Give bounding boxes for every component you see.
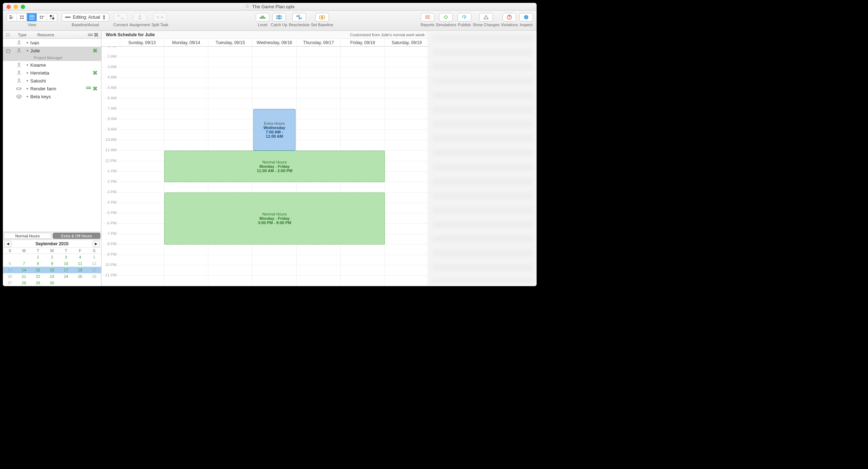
calendar-day[interactable]: 1 xyxy=(31,254,45,261)
extra-off-hours-tab[interactable]: Extra & Off Hours xyxy=(53,233,100,239)
chevron-updown-icon: ▲▼ xyxy=(102,14,106,20)
calendar-day[interactable]: 29 xyxy=(31,280,45,286)
svg-rect-13 xyxy=(43,16,44,17)
fullscreen-window-button[interactable] xyxy=(21,5,25,9)
checkbox-column-icon: ▢ xyxy=(5,32,11,37)
resource-row-render-farm[interactable]: •Render farm xyxy=(3,85,101,93)
reschedule-button[interactable] xyxy=(292,13,306,22)
calendar-day[interactable]: 20 xyxy=(3,273,17,280)
svg-point-5 xyxy=(20,18,22,19)
split-task-button[interactable] xyxy=(153,13,167,22)
calendar-day[interactable]: 5 xyxy=(87,254,101,261)
calendar-day[interactable]: 27 xyxy=(3,280,17,286)
calendar-day[interactable]: 13 xyxy=(3,267,17,273)
view-mode-calendar-button[interactable] xyxy=(27,13,37,21)
calendar-day[interactable]: 24 xyxy=(59,273,73,280)
calendar-day[interactable]: 2 xyxy=(45,254,59,261)
svg-rect-24 xyxy=(161,16,163,18)
hour-label: 6 PM xyxy=(102,221,119,225)
resource-row-julie[interactable]: ▢•Julie xyxy=(3,47,101,55)
catch-up-button[interactable] xyxy=(272,13,286,22)
calendar-day[interactable] xyxy=(87,280,101,286)
calendar-day[interactable]: 7 xyxy=(17,260,31,267)
assignment-button[interactable] xyxy=(133,13,147,22)
reports-button[interactable] xyxy=(421,13,434,22)
calendar-day[interactable]: 16 xyxy=(45,267,59,273)
resource-row-ivan[interactable]: •Ivan xyxy=(3,39,101,47)
calendar-day[interactable] xyxy=(73,280,87,286)
type-column-header[interactable]: Type xyxy=(11,33,32,37)
minimize-window-button[interactable] xyxy=(14,5,18,9)
connect-button[interactable] xyxy=(114,13,127,22)
window-title-text: The Game Plan.oplx xyxy=(252,4,295,9)
svg-rect-30 xyxy=(296,15,299,17)
schedule-grid[interactable]: 1 AM2 AM3 AM4 AM5 AM6 AM7 AM8 AM9 AM10 A… xyxy=(102,47,429,286)
calendar-day[interactable]: 17 xyxy=(59,267,73,273)
calendar-day[interactable]: 26 xyxy=(87,273,101,280)
view-mode-5-button[interactable] xyxy=(47,13,57,21)
reschedule-label: Reschedule xyxy=(289,23,310,27)
prev-month-button[interactable]: ◀ xyxy=(4,241,11,247)
svg-rect-21 xyxy=(122,18,124,19)
calendar-day[interactable]: 12 xyxy=(87,260,101,267)
hour-label: 8 PM xyxy=(102,242,119,246)
calendar-day[interactable]: 6 xyxy=(3,260,17,267)
svg-point-34 xyxy=(321,16,323,19)
view-mode-4-button[interactable] xyxy=(37,13,47,21)
calendar-day[interactable]: 18 xyxy=(73,267,87,273)
day-header: Friday, 09/18 xyxy=(341,39,385,46)
view-mode-1-button[interactable] xyxy=(7,13,17,21)
view-mode-2-button[interactable] xyxy=(17,13,27,21)
calendar-day[interactable]: 22 xyxy=(31,273,45,280)
svg-rect-12 xyxy=(42,16,43,17)
calendar-day[interactable]: 11 xyxy=(73,260,87,267)
normal-hours-tab[interactable]: Normal Hours xyxy=(4,233,51,239)
hour-label: 10 PM xyxy=(102,262,119,267)
show-changes-button[interactable] xyxy=(479,13,493,22)
calendar-day[interactable]: 9 xyxy=(45,260,59,267)
hour-label: 7 PM xyxy=(102,231,119,236)
simulations-button[interactable] xyxy=(439,13,453,22)
connect-label: Connect xyxy=(113,23,128,27)
publish-button[interactable] xyxy=(458,13,471,22)
view-label: View xyxy=(28,23,36,27)
calendar-day[interactable]: 25 xyxy=(73,273,87,280)
resource-row-henrietta[interactable]: •Henrietta xyxy=(3,69,101,77)
next-month-button[interactable]: ▶ xyxy=(93,241,100,247)
calendar-day[interactable]: 21 xyxy=(17,273,31,280)
resource-row-kwame[interactable]: •Kwame xyxy=(3,61,101,69)
svg-point-3 xyxy=(20,15,22,17)
resource-column-header[interactable]: Resource xyxy=(32,33,88,37)
day-header: Sunday, 09/13 xyxy=(120,39,164,46)
calendar-day[interactable]: 15 xyxy=(31,267,45,273)
svg-point-48 xyxy=(18,63,20,65)
svg-rect-25 xyxy=(260,17,265,19)
calendar-day[interactable] xyxy=(59,280,73,286)
set-baseline-button[interactable] xyxy=(315,13,329,22)
svg-point-6 xyxy=(22,18,24,19)
calendar-day[interactable]: 28 xyxy=(17,280,31,286)
svg-text:i: i xyxy=(526,15,527,19)
calendar-day[interactable]: 8 xyxy=(31,260,45,267)
calendar-day[interactable]: 10 xyxy=(59,260,73,267)
extra-hours-block[interactable]: Extra HoursWednesday7:00 AM -11:00 AM xyxy=(253,109,296,151)
inspect-button[interactable]: i xyxy=(519,13,533,22)
violations-button[interactable] xyxy=(503,13,516,22)
baseline-selector[interactable]: Editing: Actual ▲▼ xyxy=(62,13,109,22)
calendar-day[interactable] xyxy=(3,254,17,261)
resource-row-beta-keys[interactable]: •Beta keys xyxy=(3,93,101,100)
calendar-day[interactable]: 23 xyxy=(45,273,59,280)
resource-row-satoshi[interactable]: •Satoshi xyxy=(3,77,101,85)
calendar-day[interactable]: 4 xyxy=(73,254,87,261)
calendar-day[interactable]: 14 xyxy=(17,267,31,273)
document-icon xyxy=(245,4,250,9)
calendar-day[interactable]: 3 xyxy=(59,254,73,261)
calendar-day[interactable]: 30 xyxy=(45,280,59,286)
calendar-day[interactable] xyxy=(17,254,31,261)
normal-hours-block-pm[interactable]: Normal HoursMonday - Friday3:00 PM - 8:0… xyxy=(164,193,385,245)
level-button[interactable] xyxy=(256,13,269,22)
hour-label: 1 PM xyxy=(102,169,119,173)
calendar-day[interactable]: 19 xyxy=(87,267,101,273)
close-window-button[interactable] xyxy=(6,5,11,9)
normal-hours-block-am[interactable]: Normal HoursMonday - Friday11:00 AM - 2:… xyxy=(164,151,385,182)
